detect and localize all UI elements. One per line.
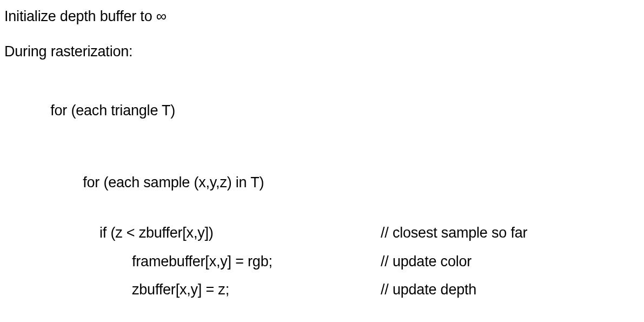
- code-text: framebuffer[x,y] = rgb;: [132, 251, 381, 273]
- code-text: if (z < zbuffer[x,y]): [99, 222, 381, 244]
- intro-line-1: Initialize depth buffer to ∞: [4, 5, 640, 28]
- code-text: zbuffer[x,y] = z;: [132, 279, 381, 301]
- code-comment: // closest sample so far: [381, 222, 527, 244]
- code-text: for (each sample (x,y,z) in T): [83, 174, 264, 190]
- code-comment: // update depth: [381, 279, 476, 301]
- code-line: zbuffer[x,y] = z; // update depth: [35, 279, 640, 301]
- code-line: if (z < zbuffer[x,y]) // closest sample …: [35, 222, 640, 244]
- code-comment: // update color: [381, 251, 472, 273]
- code-line: else: [35, 307, 640, 323]
- code-line: for (each sample (x,y,z) in T): [35, 150, 640, 216]
- intro-line-2: During rasterization:: [4, 41, 640, 63]
- code-line: for (each triangle T): [35, 77, 640, 143]
- code-line: framebuffer[x,y] = rgb; // update color: [35, 251, 640, 273]
- code-text: for (each triangle T): [50, 102, 175, 119]
- pseudocode-block: for (each triangle T) for (each sample (…: [35, 77, 640, 322]
- intro-text: Initialize depth buffer to ∞ During rast…: [4, 5, 640, 62]
